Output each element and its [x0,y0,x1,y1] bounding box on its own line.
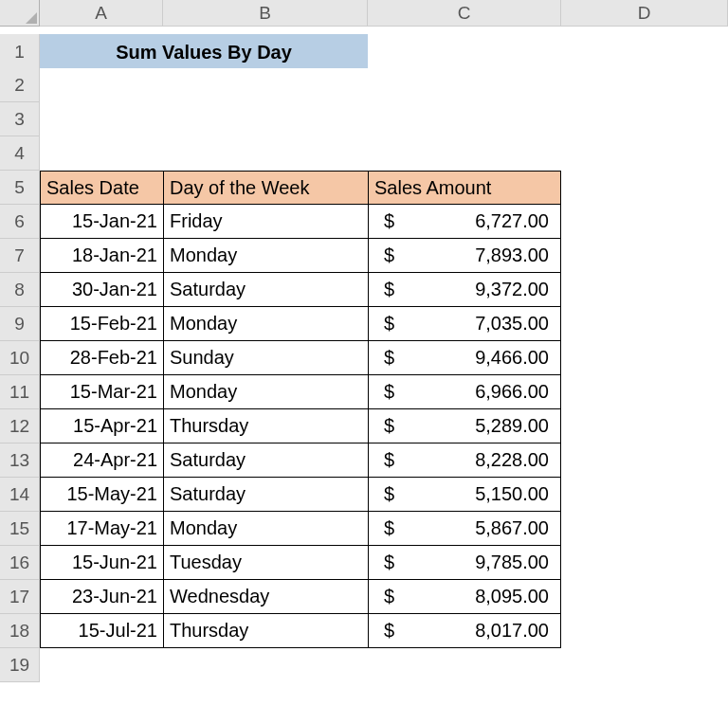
table-row[interactable]: Tuesday [163,546,368,580]
table-header-sales-date[interactable]: Sales Date [40,171,163,205]
cell-C19[interactable] [368,648,561,682]
table-row[interactable]: $9,466.00 [368,341,561,375]
table-row[interactable]: Thursday [163,409,368,443]
row-header-6[interactable]: 6 [0,205,40,239]
row-header-10[interactable]: 10 [0,341,40,375]
table-row[interactable]: 17-May-21 [40,512,163,546]
table-row[interactable]: 15-May-21 [40,478,163,512]
cell-D6[interactable] [561,205,728,239]
cell-A19[interactable] [40,648,163,682]
spreadsheet-grid[interactable]: A B C D 1 Sum Values By Day 2 3 4 5 Sale… [0,0,728,682]
row-header-9[interactable]: 9 [0,307,40,341]
cell-B19[interactable] [163,648,368,682]
cell-B4[interactable] [163,136,368,171]
cell-A3[interactable] [40,102,163,136]
table-row[interactable]: 15-Apr-21 [40,409,163,443]
column-header-B[interactable]: B [163,0,368,27]
cell-D9[interactable] [561,307,728,341]
table-row[interactable]: $8,228.00 [368,443,561,478]
row-header-15[interactable]: 15 [0,512,40,546]
table-row[interactable]: 15-Jul-21 [40,614,163,648]
cell-D1[interactable] [561,34,728,70]
cell-D2[interactable] [561,68,728,102]
cell-A4[interactable] [40,136,163,171]
table-row[interactable]: Saturday [163,273,368,307]
row-header-14[interactable]: 14 [0,478,40,512]
row-header-12[interactable]: 12 [0,409,40,443]
table-row[interactable]: 15-Feb-21 [40,307,163,341]
row-header-16[interactable]: 16 [0,546,40,580]
table-row[interactable]: $5,150.00 [368,478,561,512]
row-header-3[interactable]: 3 [0,102,40,136]
table-row[interactable]: Friday [163,205,368,239]
row-header-1[interactable]: 1 [0,34,40,70]
cell-C2[interactable] [368,68,561,102]
table-row[interactable]: Saturday [163,478,368,512]
select-all-corner[interactable] [0,0,40,27]
column-header-C[interactable]: C [368,0,561,27]
table-row[interactable]: Monday [163,512,368,546]
row-header-2[interactable]: 2 [0,68,40,102]
cell-D3[interactable] [561,102,728,136]
row-header-18[interactable]: 18 [0,614,40,648]
cell-D16[interactable] [561,546,728,580]
column-header-A[interactable]: A [40,0,163,27]
cell-D5[interactable] [561,171,728,205]
table-row[interactable]: $7,035.00 [368,307,561,341]
cell-C3[interactable] [368,102,561,136]
table-row[interactable]: Saturday [163,443,368,478]
table-row[interactable]: 28-Feb-21 [40,341,163,375]
cell-D12[interactable] [561,409,728,443]
cell-D7[interactable] [561,239,728,273]
table-row[interactable]: Monday [163,239,368,273]
cell-D17[interactable] [561,580,728,614]
table-row[interactable]: $6,727.00 [368,205,561,239]
row-header-11[interactable]: 11 [0,375,40,409]
cell-D11[interactable] [561,375,728,409]
cell-C1[interactable] [368,34,561,70]
cell-D14[interactable] [561,478,728,512]
table-row[interactable]: 24-Apr-21 [40,443,163,478]
table-row[interactable]: 18-Jan-21 [40,239,163,273]
table-row[interactable]: $6,966.00 [368,375,561,409]
title-cell[interactable]: Sum Values By Day [40,34,368,70]
cell-D8[interactable] [561,273,728,307]
table-header-sales-amount[interactable]: Sales Amount [368,171,561,205]
cell-B3[interactable] [163,102,368,136]
column-header-D[interactable]: D [561,0,728,27]
table-row[interactable]: 15-Jan-21 [40,205,163,239]
cell-D10[interactable] [561,341,728,375]
table-row[interactable]: Sunday [163,341,368,375]
row-header-5[interactable]: 5 [0,171,40,205]
table-row[interactable]: $7,893.00 [368,239,561,273]
cell-B2[interactable] [163,68,368,102]
cell-C4[interactable] [368,136,561,171]
cell-D19[interactable] [561,648,728,682]
cell-D4[interactable] [561,136,728,171]
row-header-7[interactable]: 7 [0,239,40,273]
cell-D18[interactable] [561,614,728,648]
table-header-day-of-week[interactable]: Day of the Week [163,171,368,205]
table-row[interactable]: Wednesday [163,580,368,614]
table-row[interactable]: 15-Mar-21 [40,375,163,409]
table-row[interactable]: $5,289.00 [368,409,561,443]
row-header-4[interactable]: 4 [0,136,40,171]
table-row[interactable]: $8,017.00 [368,614,561,648]
table-row[interactable]: 30-Jan-21 [40,273,163,307]
table-row[interactable]: Monday [163,307,368,341]
table-row[interactable]: Thursday [163,614,368,648]
table-row[interactable]: Monday [163,375,368,409]
row-header-19[interactable]: 19 [0,648,40,682]
table-row[interactable]: $8,095.00 [368,580,561,614]
table-row[interactable]: $9,785.00 [368,546,561,580]
cell-D13[interactable] [561,443,728,478]
row-header-17[interactable]: 17 [0,580,40,614]
cell-D15[interactable] [561,512,728,546]
row-header-13[interactable]: 13 [0,443,40,478]
cell-A2[interactable] [40,68,163,102]
row-header-8[interactable]: 8 [0,273,40,307]
table-row[interactable]: 15-Jun-21 [40,546,163,580]
table-row[interactable]: 23-Jun-21 [40,580,163,614]
table-row[interactable]: $5,867.00 [368,512,561,546]
table-row[interactable]: $9,372.00 [368,273,561,307]
